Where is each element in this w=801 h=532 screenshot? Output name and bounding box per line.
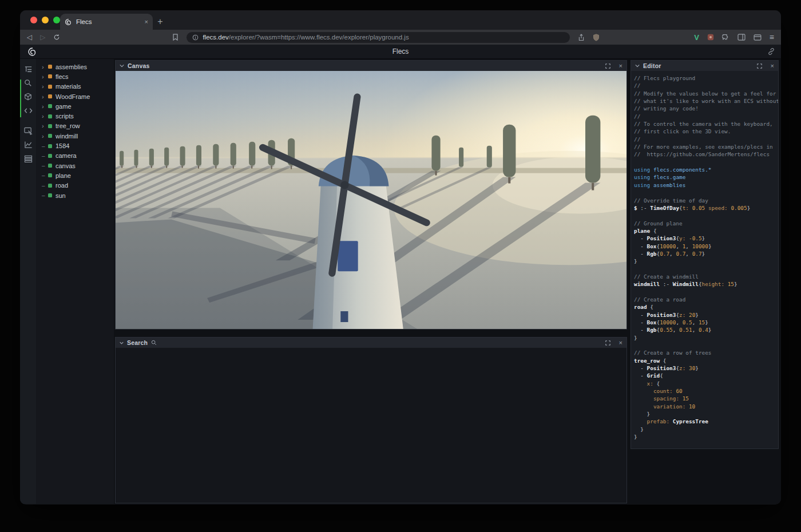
expand-arrow-icon[interactable]: › bbox=[42, 103, 48, 110]
tree-item-sun[interactable]: –sun bbox=[36, 190, 114, 200]
canvas-panel-header[interactable]: Canvas × bbox=[116, 61, 626, 71]
code-line bbox=[634, 212, 775, 219]
tree-item-WoodFrame[interactable]: ›WoodFrame bbox=[36, 92, 114, 101]
tab-title: Flecs bbox=[76, 18, 141, 25]
stats-chart-icon[interactable] bbox=[21, 138, 35, 152]
close-panel-icon[interactable]: × bbox=[771, 63, 774, 69]
tree-item-scripts[interactable]: ›scripts bbox=[36, 111, 114, 121]
close-panel-icon[interactable]: × bbox=[619, 63, 622, 69]
editor-code[interactable]: // Flecs playground//// Modify the value… bbox=[631, 71, 778, 448]
expand-arrow-icon[interactable]: › bbox=[42, 63, 48, 70]
code-line: using assemblies bbox=[634, 181, 775, 189]
tree-item-game[interactable]: ›game bbox=[36, 101, 114, 111]
tree-item-1584[interactable]: –1584 bbox=[36, 141, 114, 150]
share-icon[interactable] bbox=[578, 34, 585, 41]
code-editor-icon[interactable] bbox=[21, 104, 35, 117]
browser-menu-icon[interactable]: ≡ bbox=[770, 33, 774, 42]
extensions-puzzle-icon[interactable] bbox=[722, 34, 729, 41]
expand-arrow-icon[interactable]: › bbox=[42, 122, 48, 129]
wallet-icon[interactable] bbox=[754, 34, 762, 41]
bookmark-icon[interactable] bbox=[172, 34, 179, 41]
tree-item-tree_row[interactable]: ›tree_row bbox=[36, 121, 114, 131]
expand-arrow-icon[interactable]: › bbox=[42, 83, 48, 90]
code-line: // Create a windmill bbox=[634, 273, 775, 280]
code-line bbox=[634, 265, 775, 273]
tree-item-canvas[interactable]: –canvas bbox=[36, 161, 114, 170]
leaf-dash-icon: – bbox=[42, 162, 48, 169]
search-panel-icon[interactable] bbox=[21, 76, 35, 90]
shield-icon[interactable] bbox=[593, 34, 600, 41]
chevron-down-icon[interactable] bbox=[120, 342, 124, 344]
code-line: } bbox=[634, 426, 775, 433]
code-line: windmill :- Windmill{height: 15} bbox=[634, 280, 775, 288]
entity-label: scripts bbox=[55, 113, 74, 120]
close-panel-icon[interactable]: × bbox=[619, 340, 622, 346]
chevron-down-icon[interactable] bbox=[635, 64, 640, 68]
tree-item-materials[interactable]: ›materials bbox=[36, 82, 114, 92]
new-tab-button[interactable]: + bbox=[153, 14, 168, 30]
app-body: ›assemblies›flecs›materials›WoodFrame›ga… bbox=[20, 59, 781, 504]
entity-label: camera bbox=[55, 152, 77, 159]
code-line: } bbox=[634, 257, 775, 265]
editor-panel-header[interactable]: Editor × bbox=[631, 61, 778, 71]
zoom-window-button[interactable] bbox=[53, 17, 60, 23]
flecs-favicon-icon bbox=[65, 18, 72, 26]
code-line: plane { bbox=[634, 227, 775, 235]
search-icon bbox=[151, 340, 157, 346]
expand-arrow-icon[interactable]: › bbox=[42, 113, 48, 120]
code-line: // writing any code! bbox=[634, 105, 775, 112]
code-line: // first click on the 3D view. bbox=[634, 128, 775, 135]
code-line: } bbox=[634, 433, 775, 440]
site-info-icon[interactable] bbox=[192, 34, 199, 41]
extension-icon[interactable] bbox=[707, 34, 714, 41]
code-line: using flecs.components.* bbox=[634, 166, 775, 173]
back-button[interactable]: ◁ bbox=[27, 34, 32, 41]
scene-cube-icon[interactable] bbox=[21, 90, 35, 104]
address-bar[interactable]: flecs.dev/explorer/?wasm=https://www.fle… bbox=[187, 32, 570, 43]
tab-close-icon[interactable]: × bbox=[145, 18, 148, 25]
code-line bbox=[634, 342, 775, 349]
forward-button[interactable]: ▷ bbox=[40, 34, 45, 41]
inspector-icon[interactable] bbox=[21, 124, 35, 138]
entity-color-swatch bbox=[48, 144, 52, 148]
expand-arrow-icon[interactable]: › bbox=[42, 93, 48, 100]
browser-tab[interactable]: Flecs × bbox=[60, 14, 153, 30]
code-line: } bbox=[634, 334, 775, 342]
expand-panel-icon[interactable] bbox=[757, 63, 762, 69]
url-host: flecs.dev bbox=[203, 34, 228, 41]
entity-color-swatch bbox=[48, 134, 52, 138]
expand-panel-icon[interactable] bbox=[605, 340, 610, 346]
main-column: Canvas × bbox=[114, 59, 629, 504]
code-line: tree_row { bbox=[634, 357, 775, 364]
share-link-icon[interactable] bbox=[767, 47, 775, 58]
code-line bbox=[634, 158, 775, 166]
canvas-panel-title: Canvas bbox=[128, 62, 150, 69]
expand-panel-icon[interactable] bbox=[605, 63, 610, 69]
code-line: } bbox=[634, 410, 775, 418]
vue-devtools-extension-icon[interactable]: V bbox=[694, 33, 699, 42]
sidebar-toggle-icon[interactable] bbox=[737, 34, 746, 41]
code-line: prefab: CypressTree bbox=[634, 418, 775, 425]
tree-item-flecs[interactable]: ›flecs bbox=[36, 72, 114, 81]
code-line: // To control the camera with the keyboa… bbox=[634, 120, 775, 128]
expand-arrow-icon[interactable]: › bbox=[42, 73, 48, 80]
code-line: variation: 10 bbox=[634, 403, 775, 410]
tree-item-windmill[interactable]: ›windmill bbox=[36, 131, 114, 141]
chevron-down-icon[interactable] bbox=[120, 64, 124, 68]
canvas-3d-view[interactable] bbox=[116, 71, 626, 329]
tree-item-assemblies[interactable]: ›assemblies bbox=[36, 62, 114, 72]
tree-item-plane[interactable]: –plane bbox=[36, 170, 114, 180]
tree-view-icon[interactable] bbox=[21, 62, 35, 76]
minimize-window-button[interactable] bbox=[42, 17, 49, 23]
leaf-dash-icon: – bbox=[42, 192, 48, 198]
tree-item-road[interactable]: –road bbox=[36, 181, 114, 190]
close-window-button[interactable] bbox=[30, 17, 37, 23]
tree-item-camera[interactable]: –camera bbox=[36, 151, 114, 161]
expand-arrow-icon[interactable]: › bbox=[42, 133, 48, 140]
reload-button[interactable] bbox=[53, 34, 60, 41]
search-panel-header[interactable]: Search × bbox=[116, 338, 626, 348]
code-line bbox=[634, 288, 775, 296]
query-rows-icon[interactable] bbox=[21, 152, 35, 165]
search-panel-title: Search bbox=[127, 339, 148, 346]
entity-label: road bbox=[55, 182, 68, 189]
